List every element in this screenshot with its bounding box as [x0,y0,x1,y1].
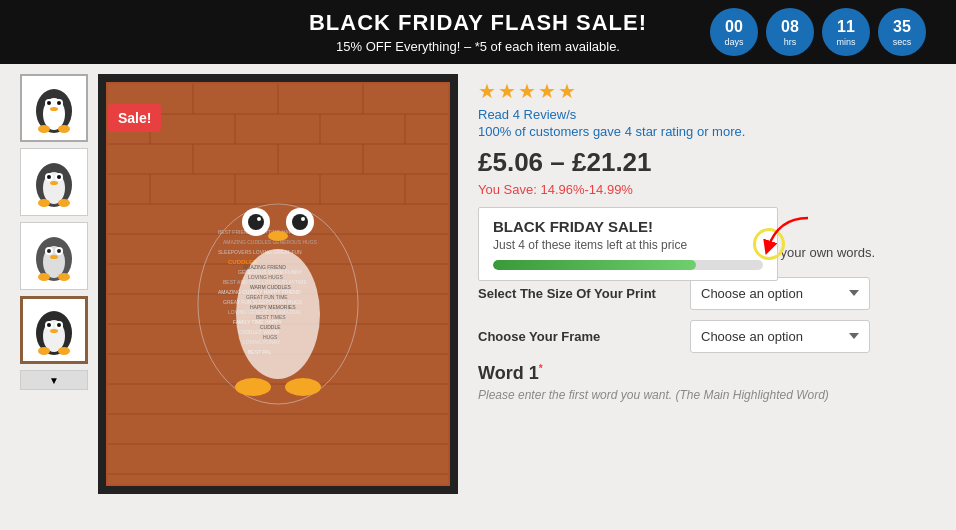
svg-text:AMAZING CUDDLES GENEROUS HUGS: AMAZING CUDDLES GENEROUS HUGS [223,239,318,245]
svg-text:WARM CUDDLES: WARM CUDDLES [250,284,292,290]
frame-option-row: Choose Your Frame Choose an optionNo Fra… [478,320,936,353]
size-option-row: Select The Size Of Your Print Choose an … [478,277,936,310]
svg-point-89 [248,214,264,230]
svg-point-95 [285,378,321,396]
svg-text:HAPPY MEMORIES: HAPPY MEMORIES [250,304,296,310]
left-panel: ▼ Sale! [20,74,458,494]
svg-point-34 [38,347,50,355]
svg-point-91 [257,217,261,221]
frame-select[interactable]: Choose an optionNo FrameBlack FrameWhite… [690,320,870,353]
thumbnail-2[interactable] [20,148,88,216]
svg-point-7 [38,125,50,133]
star-rating: ★★★★★ [478,79,936,103]
thumbnail-scroll-down[interactable]: ▼ [20,370,88,390]
svg-point-90 [292,214,308,230]
savings-text: You Save: 14.96%-14.99% [478,182,936,197]
flash-sale-title: BLACK FRIDAY SALE! [493,218,763,235]
size-option-label: Select The Size Of Your Print [478,286,678,301]
thumbnail-list: ▼ [20,74,90,494]
word1-section: Word 1* Please enter the first word you … [478,363,936,402]
word1-title: Word 1* [478,363,936,384]
countdown-hrs: 08hrs [766,8,814,56]
flash-sale-subtitle: Just 4 of these items left at this price [493,238,763,252]
price-range: £5.06 – £21.21 [478,147,936,178]
countdown-timer: 00days08hrs11mins35secs [710,8,926,56]
svg-point-13 [47,175,51,179]
savings-value: 14.96%-14.99% [540,182,633,197]
product-svg: BEST FRIENDS PLAYTIME HAPPY AMAZING CUDD… [108,84,448,484]
savings-label: You Save: [478,182,537,197]
thumbnail-1-image [29,81,79,136]
reviews-link[interactable]: Read 4 Review/s [478,107,936,122]
site-header: BLACK FRIDAY FLASH SALE! 15% OFF Everyth… [0,0,956,64]
progress-bar-fill [493,260,696,270]
svg-point-6 [50,107,58,111]
sale-badge: Sale! [108,104,161,132]
svg-point-32 [57,323,61,327]
thumbnail-3-image [29,229,79,284]
svg-point-16 [38,199,50,207]
countdown-secs: 35secs [878,8,926,56]
svg-point-92 [301,217,305,221]
svg-point-94 [235,378,271,396]
countdown-days: 00days [710,8,758,56]
svg-point-17 [58,199,70,207]
svg-text:AMAZING FRIEND: AMAZING FRIEND [243,264,286,270]
thumbnail-1[interactable] [20,74,88,142]
svg-point-4 [47,101,51,105]
price-low: £5.06 [478,147,543,177]
price-separator: – [550,147,572,177]
main-content: ▼ Sale! [0,64,956,504]
main-product-image: BEST FRIENDS PLAYTIME HAPPY AMAZING CUDD… [98,74,458,494]
svg-point-22 [47,249,51,253]
svg-point-8 [58,125,70,133]
svg-point-24 [50,255,58,259]
progress-bar-background [493,260,763,270]
thumbnail-4[interactable] [20,296,88,364]
svg-point-35 [58,347,70,355]
svg-text:CUDDLE: CUDDLE [260,324,281,330]
svg-point-23 [57,249,61,253]
svg-point-14 [57,175,61,179]
svg-point-33 [50,329,58,333]
word1-required: * [539,363,543,374]
svg-point-31 [47,323,51,327]
thumbnail-3[interactable] [20,222,88,290]
countdown-mins: 11mins [822,8,870,56]
word1-label: Word 1 [478,363,539,383]
price-high: £21.21 [572,147,652,177]
thumbnail-4-image [29,303,79,358]
svg-point-5 [57,101,61,105]
svg-point-93 [268,231,288,241]
svg-text:LOVING HUGS: LOVING HUGS [248,274,283,280]
main-image-wrapper: Sale! [98,74,458,494]
svg-point-15 [50,181,58,185]
svg-text:BEST TIMES: BEST TIMES [256,314,286,320]
svg-point-25 [38,273,50,281]
rating-description: 100% of customers gave 4 star rating or … [478,124,936,139]
right-panel: ★★★★★ Read 4 Review/s 100% of customers … [478,74,936,494]
svg-text:GREAT FUN TIME: GREAT FUN TIME [246,294,288,300]
thumbnail-2-image [29,155,79,210]
svg-text:HUGS: HUGS [263,334,278,340]
chevron-down-icon: ▼ [49,375,59,386]
word1-hint: Please enter the first word you want. (T… [478,388,936,402]
frame-option-label: Choose Your Frame [478,329,678,344]
svg-point-26 [58,273,70,281]
size-select[interactable]: Choose an optionA4A3A2A1 [690,277,870,310]
flash-sale-box: BLACK FRIDAY SALE! Just 4 of these items… [478,207,778,281]
